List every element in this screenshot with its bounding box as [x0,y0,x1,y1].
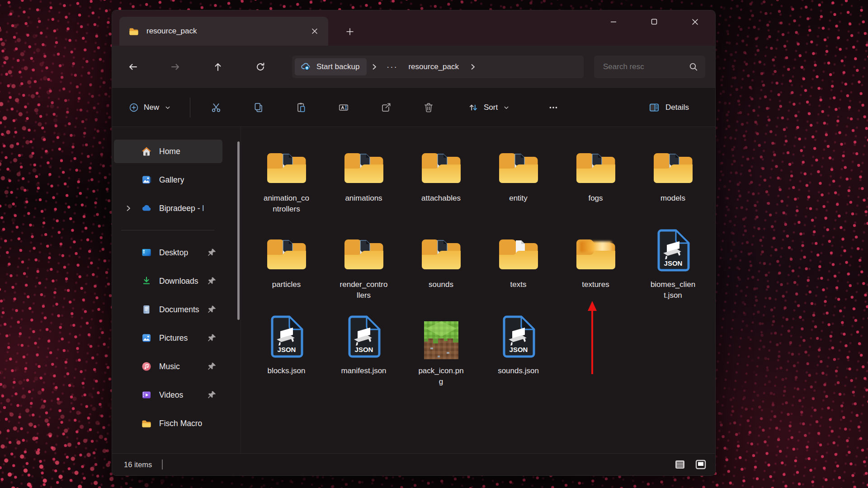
chevron-right-icon[interactable] [124,204,133,213]
folder-small-icon [141,418,152,429]
rename-button[interactable] [331,95,356,120]
folder-icon [128,26,140,37]
file-tile-pack-icon-png[interactable]: pack_icon.png [402,303,480,389]
documents-icon [141,304,152,315]
file-tile-textures[interactable]: textures [557,217,634,303]
chevron-down-icon [164,103,172,112]
sidebar-item-documents[interactable]: Documents [114,298,222,321]
json-icon: JSON [345,320,383,359]
file-tile-biomes-client-json[interactable]: JSON biomes_client.json [634,217,712,303]
gallery-icon [141,174,152,185]
more-options-button[interactable] [541,95,566,120]
search-box[interactable] [594,56,705,78]
details-view-button[interactable] [672,457,688,472]
onedrive-icon [141,203,152,214]
sidebar-item-gallery[interactable]: Gallery [114,168,222,192]
titlebar[interactable]: resource_pack [112,10,715,46]
breadcrumb-chevron-icon[interactable] [465,62,481,72]
folder-content-icon [342,234,386,273]
file-tile-manifest-json[interactable]: JSON manifest.json [325,303,402,389]
file-tile-sounds-json[interactable]: JSON sounds.json [480,303,557,389]
address-bar-row: Start backup ··· resource_pack [112,46,715,88]
sidebar-item-home[interactable]: Home [114,140,222,163]
svg-text:JSON: JSON [509,346,528,353]
svg-text:JSON: JSON [354,346,373,353]
details-button[interactable]: Details [642,95,695,120]
refresh-button[interactable] [248,56,273,78]
copy-button[interactable] [246,95,271,120]
file-tile-entity[interactable]: entity [480,131,557,217]
file-tile-fogs[interactable]: fogs [557,131,634,217]
sidebar-scrollbar[interactable] [237,141,240,320]
file-tile-particles[interactable]: particles [248,217,325,303]
sort-button[interactable]: Sort [461,95,517,120]
large-icons-view-button[interactable] [693,457,709,472]
folder-texture-icon [574,234,618,273]
sidebar-item-music[interactable]: Music [114,355,222,378]
status-bar: 16 items [112,453,715,475]
start-backup-button[interactable]: Start backup [295,58,367,75]
breadcrumb-resource-pack[interactable]: resource_pack [402,62,465,71]
file-explorer-window: resource_pack [112,10,716,476]
breadcrumb-chevron-icon [367,62,382,72]
forward-button[interactable] [163,56,188,78]
folder-content-icon [342,148,386,187]
close-button[interactable] [675,10,715,33]
json-icon: JSON [268,320,306,359]
address-bar[interactable]: Start backup ··· resource_pack [292,56,584,78]
file-tile-attachables[interactable]: attachables [402,131,480,217]
navigation-pane: Home Gallery Bipradeep - P Desktop Downl… [112,127,241,454]
sidebar-item-fisch-macro[interactable]: Fisch Macro [114,412,222,435]
delete-button[interactable] [416,95,441,120]
folder-content-icon [265,234,308,273]
file-tile-render-controllers[interactable]: render_controllers [325,217,402,303]
item-count: 16 items [124,460,152,469]
search-input[interactable] [603,62,688,71]
search-icon[interactable] [688,61,699,72]
new-button[interactable]: New [122,95,178,120]
breadcrumb-overflow-button[interactable]: ··· [382,62,402,72]
folder-content-icon [265,148,308,187]
json-icon: JSON [500,320,538,359]
file-tile-animations[interactable]: animations [325,131,402,217]
tab-title: resource_pack [146,27,301,36]
sidebar-item-downloads[interactable]: Downloads [114,269,222,293]
pin-icon [207,305,217,314]
folder-content-icon [574,148,618,187]
onedrive-backup-icon [300,61,312,73]
minimize-button[interactable] [593,10,634,33]
sidebar-item-videos[interactable]: Videos [114,383,222,407]
json-icon: JSON [654,234,692,273]
window-controls [593,10,715,33]
pictures-icon [141,333,152,343]
maximize-button[interactable] [634,10,675,33]
tab-close-icon[interactable] [307,24,322,38]
downloads-icon [141,276,152,286]
folder-content-icon [651,148,695,187]
file-tile-sounds[interactable]: sounds [402,217,480,303]
music-icon [141,361,152,372]
file-tile-animation-controllers[interactable]: animation_controllers [248,131,325,217]
command-toolbar: New Sort [112,88,715,127]
share-button[interactable] [373,95,399,120]
cut-button[interactable] [203,95,229,120]
sidebar-item-desktop[interactable]: Desktop [114,241,222,264]
home-icon [141,146,152,157]
file-tile-blocks-json[interactable]: JSON blocks.json [248,303,325,389]
sort-label: Sort [484,103,498,112]
back-button[interactable] [120,56,146,78]
tab-resource-pack[interactable]: resource_pack [119,17,328,46]
up-button[interactable] [205,56,231,78]
explorer-body: Home Gallery Bipradeep - P Desktop Downl… [112,127,715,454]
start-backup-label: Start backup [316,62,359,71]
sidebar-item-pictures[interactable]: Pictures [114,326,222,350]
sidebar-item-bipradeep-p[interactable]: Bipradeep - P [114,197,222,220]
file-tile-texts[interactable]: texts [480,217,557,303]
pin-icon [207,333,217,343]
new-tab-button[interactable] [341,23,359,40]
file-tile-models[interactable]: models [634,131,712,217]
image-grass-icon [424,320,458,359]
folder-content-icon [497,148,540,187]
status-divider [162,460,163,469]
paste-button[interactable] [288,95,314,120]
